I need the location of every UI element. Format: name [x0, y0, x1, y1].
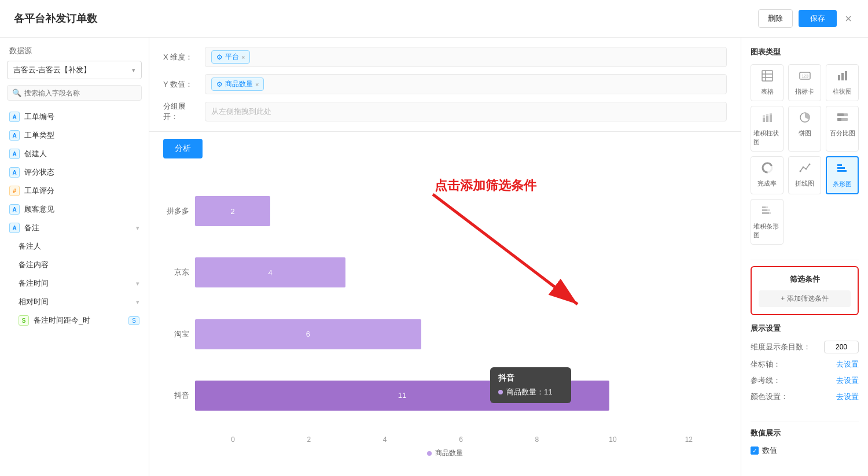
stacked-hbar-chart-label: 堆积条形图 — [753, 222, 781, 239]
display-row-label: 坐标轴： — [751, 359, 781, 370]
page-title: 各平台补发订单数 — [14, 12, 97, 25]
chart-type-item-stacked-bar[interactable]: 堆积柱状图 — [751, 106, 784, 152]
line-chart-label: 折线图 — [795, 179, 814, 188]
line-chart-icon — [799, 161, 811, 177]
field-tag: # — [9, 186, 20, 196]
y-value-label: Y 数值： — [163, 79, 198, 90]
value-checkbox[interactable]: ✓ — [751, 447, 759, 455]
field-item[interactable]: A创建人 — [0, 145, 149, 163]
chart-type-item-line[interactable]: 折线图 — [788, 156, 821, 194]
svg-rect-30 — [837, 170, 847, 172]
chart-type-title: 图表类型 — [751, 47, 859, 57]
chart-type-item-metric[interactable]: 123指标卡 — [788, 64, 821, 101]
field-item[interactable]: #工单评分 — [0, 182, 149, 200]
close-button[interactable]: × — [843, 12, 854, 25]
y-value-row: Y 数值： ⚙ 商品数量 × — [163, 74, 727, 94]
chart-type-item-completion[interactable]: 完成率 — [751, 156, 784, 194]
x-tick: 0 — [195, 436, 271, 444]
field-name: 评分状态 — [24, 167, 139, 178]
chevron-down-icon: ▾ — [136, 298, 139, 306]
x-dimension-label: X 维度： — [163, 52, 198, 62]
x-tick: 10 — [575, 436, 650, 444]
x-tick: 2 — [271, 436, 347, 444]
x-tick: 8 — [499, 436, 575, 444]
field-item[interactable]: A备注▾ — [0, 219, 149, 237]
y-value-tag[interactable]: ⚙ 商品数量 × — [211, 78, 264, 91]
chart-type-item-percent-bar[interactable]: 百分比图 — [826, 106, 859, 152]
field-search-input[interactable] — [24, 89, 137, 97]
settings-link[interactable]: 去设置 — [836, 375, 859, 386]
stacked-hbar-chart-icon — [761, 204, 774, 220]
analyze-button[interactable]: 分析 — [163, 139, 203, 158]
display-row: 坐标轴：去设置 — [751, 359, 859, 370]
annotation-arrow — [415, 183, 601, 327]
filter-add-button[interactable]: + 添加筛选条件 — [759, 290, 851, 307]
field-item[interactable]: 相对时间▾ — [0, 293, 149, 311]
group-label: 分组展开： — [163, 101, 198, 122]
field-item[interactable]: 备注内容 — [0, 256, 149, 274]
delete-button[interactable]: 删除 — [758, 9, 793, 28]
bar-label: 淘宝 — [163, 329, 189, 340]
chart-wrapper: 点击添加筛选条件 拼多多2京东4淘宝6抖音11024681012商品数量 抖音 … — [149, 165, 741, 476]
field-item[interactable]: A评分状态 — [0, 163, 149, 182]
chart-type-item-stacked-hbar[interactable]: 堆积条形图 — [751, 199, 784, 245]
field-item[interactable]: A工单类型 — [0, 126, 149, 145]
x-tag-close-icon[interactable]: × — [241, 54, 245, 61]
svg-rect-12 — [763, 115, 765, 118]
field-tag: A — [9, 149, 20, 159]
svg-rect-11 — [763, 118, 765, 122]
chart-type-item-pie[interactable]: 饼图 — [788, 106, 821, 152]
field-item[interactable]: S备注时间距今_时S — [0, 311, 149, 330]
settings-link[interactable]: 去设置 — [836, 359, 859, 370]
chevron-down-icon: ▾ — [136, 280, 139, 287]
field-tag: A — [9, 112, 20, 122]
datasource-label: 数据源 — [0, 38, 149, 61]
pie-chart-icon — [799, 111, 811, 127]
x-tag-label: 平台 — [225, 52, 239, 62]
y-tag-close-icon[interactable]: × — [255, 81, 259, 88]
display-row: 维度显示条目数： — [751, 341, 859, 353]
chart-legend: 商品数量 — [163, 448, 727, 458]
completion-chart-label: 完成率 — [757, 179, 777, 188]
display-row: 颜色设置：去设置 — [751, 392, 859, 402]
dimension-count-input[interactable] — [824, 341, 859, 353]
chart-type-item-bar[interactable]: 柱状图 — [826, 64, 859, 101]
field-item[interactable]: 备注人 — [0, 237, 149, 256]
bar-chart-label: 柱状图 — [833, 87, 852, 96]
datasource-value: 吉客云-吉客云【补发】 — [13, 65, 91, 75]
x-tick: 4 — [347, 436, 423, 444]
x-tag-gear-icon: ⚙ — [216, 53, 223, 61]
completion-chart-icon — [761, 161, 774, 177]
legend-label: 商品数量 — [435, 448, 463, 458]
field-name: 创建人 — [24, 149, 139, 159]
svg-rect-31 — [762, 206, 766, 208]
field-name: 工单编号 — [24, 112, 139, 122]
x-dimension-row: X 维度： ⚙ 平台 × — [163, 47, 727, 67]
percent-bar-chart-label: 百分比图 — [830, 129, 855, 138]
x-dimension-tag[interactable]: ⚙ 平台 × — [211, 50, 250, 64]
settings-link[interactable]: 去设置 — [836, 392, 859, 402]
table-chart-label: 表格 — [761, 87, 774, 96]
header: 各平台补发订单数 删除 保存 × — [0, 0, 868, 38]
chart-type-item-table[interactable]: 表格 — [751, 64, 784, 101]
save-button[interactable]: 保存 — [799, 10, 837, 27]
main-container: 各平台补发订单数 删除 保存 × 数据源 吉客云-吉客云【补发】 ▾ 🔍 A工单… — [0, 0, 868, 476]
field-item[interactable]: 备注时间▾ — [0, 274, 149, 293]
search-icon: 🔍 — [12, 88, 21, 97]
svg-rect-2 — [762, 71, 773, 81]
field-item[interactable]: A工单编号 — [0, 108, 149, 126]
percent-bar-chart-icon — [836, 111, 849, 127]
value-display-title: 数值展示 — [751, 428, 859, 438]
legend-dot — [427, 451, 432, 456]
bar-label: 拼多多 — [163, 206, 189, 216]
value-section: ✓数值 — [751, 445, 859, 459]
svg-rect-15 — [770, 115, 772, 122]
field-item[interactable]: A顾客意见 — [0, 200, 149, 219]
svg-point-26 — [805, 168, 807, 170]
datasource-select[interactable]: 吉客云-吉客云【补发】 ▾ — [7, 61, 142, 79]
chart-type-item-hbar[interactable]: 条形图 — [826, 156, 859, 194]
group-content: 从左侧拖拽到此处 — [205, 102, 727, 121]
divider-2 — [751, 422, 859, 422]
x-dimension-content: ⚙ 平台 × — [205, 47, 727, 67]
metric-chart-label: 指标卡 — [795, 87, 814, 96]
